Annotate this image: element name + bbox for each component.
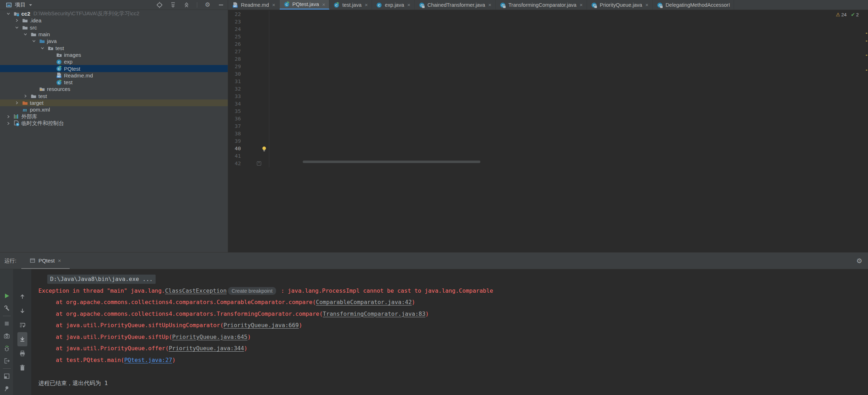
stack-frame-link[interactable]: ComparableComparator.java:42 xyxy=(316,299,412,305)
rerun-icon[interactable] xyxy=(0,290,13,302)
wrench-icon[interactable] xyxy=(0,302,13,314)
gutter[interactable] xyxy=(244,78,269,85)
line-number[interactable]: 34 xyxy=(228,100,244,108)
code-line-26[interactable]: 26 xyxy=(228,40,868,48)
settings-icon[interactable]: ⚙ xyxy=(204,2,211,8)
tab-PQtest.java[interactable]: CPQtest.java× xyxy=(280,0,330,10)
exit-icon[interactable] xyxy=(0,355,13,367)
tree-item-exp[interactable]: Cexp xyxy=(0,58,228,65)
chevron-right-icon[interactable] xyxy=(14,101,19,105)
console-output[interactable]: D:\Java\Java8\bin\java.exe ...Exception … xyxy=(31,269,868,395)
tree-item-target[interactable]: target xyxy=(0,99,228,106)
error-stripe-mark[interactable] xyxy=(866,33,867,34)
line-number[interactable]: 25 xyxy=(228,33,244,40)
gutter[interactable] xyxy=(244,70,269,78)
close-icon[interactable]: × xyxy=(272,2,275,8)
code-line-32[interactable]: 32 xyxy=(228,85,868,93)
line-number[interactable]: 31 xyxy=(228,78,244,85)
line-number[interactable]: 23 xyxy=(228,18,244,26)
chevron-right-icon[interactable] xyxy=(14,18,19,23)
line-number[interactable]: 36 xyxy=(228,115,244,123)
error-stripe-mark[interactable] xyxy=(866,70,867,71)
tree-item-.idea[interactable]: .idea xyxy=(0,17,228,24)
chevron-right-icon[interactable] xyxy=(23,93,28,98)
code-line-27[interactable]: 27 xyxy=(228,48,868,55)
stack-frame-link[interactable]: ClassCastException xyxy=(165,287,226,294)
line-number[interactable]: 28 xyxy=(228,55,244,63)
gutter[interactable] xyxy=(244,48,269,55)
line-number[interactable]: 37 xyxy=(228,123,244,130)
gear-icon[interactable]: ⚙ xyxy=(856,257,862,265)
line-number[interactable]: 41 xyxy=(228,152,244,160)
clear-icon[interactable] xyxy=(17,361,27,375)
gutter[interactable] xyxy=(244,40,269,48)
project-panel-title[interactable]: 项目 xyxy=(15,1,26,8)
create-breakpoint-chip[interactable]: Create breakpoint xyxy=(228,287,276,295)
camera-icon[interactable] xyxy=(0,330,13,342)
code-line-36[interactable]: 36 xyxy=(228,115,868,123)
gutter[interactable] xyxy=(244,33,269,40)
tab-ChainedTransformer.java[interactable]: CChainedTransformer.java× xyxy=(415,0,496,10)
tree-item-外部库[interactable]: 外部库 xyxy=(0,113,228,120)
line-number[interactable]: 26 xyxy=(228,40,244,48)
tree-item-test[interactable]: test xyxy=(0,93,228,99)
gutter[interactable] xyxy=(244,26,269,33)
tree-item-resources[interactable]: resources xyxy=(0,86,228,92)
stack-frame-link[interactable]: PriorityQueue.java:344 xyxy=(169,345,244,352)
inspections-widget[interactable]: ⚠24 ✔2 xyxy=(836,12,859,17)
error-stripe-mark[interactable] xyxy=(866,55,867,56)
line-number[interactable]: 24 xyxy=(228,26,244,33)
tree-item-cc2[interactable]: cc2D:\WebSecurity\CTF\JAVA\反序列化学习\cc2 xyxy=(0,10,228,17)
code-line-29[interactable]: 29 xyxy=(228,63,868,70)
tree-item-临时文件和控制台[interactable]: 临时文件和控制台 xyxy=(0,120,228,127)
code-line-28[interactable]: 28 xyxy=(228,55,868,63)
passed-indicator[interactable]: ✔2 xyxy=(851,12,859,17)
tree-item-test[interactable]: Ctest xyxy=(0,79,228,86)
code-line-23[interactable]: 23 xyxy=(228,18,868,26)
line-number[interactable]: 35 xyxy=(228,108,244,115)
gutter[interactable] xyxy=(244,130,269,137)
line-number[interactable]: 27 xyxy=(228,48,244,55)
close-icon[interactable]: × xyxy=(322,1,325,7)
chevron-down-icon[interactable] xyxy=(28,3,33,7)
tab-DelegatingMethodAccessorI[interactable]: CDelegatingMethodAccessorI xyxy=(653,0,734,10)
gutter[interactable] xyxy=(244,63,269,70)
code-line-24[interactable]: 24 xyxy=(228,26,868,33)
locate-icon[interactable] xyxy=(156,2,163,8)
line-number[interactable]: 38 xyxy=(228,130,244,137)
code-line-37[interactable]: 37 xyxy=(228,123,868,130)
close-icon[interactable]: × xyxy=(365,2,368,8)
fold-marker-icon[interactable]: ⌃ xyxy=(257,161,261,166)
run-tab-pqtest[interactable]: PQtest × xyxy=(21,253,70,269)
tree-item-src[interactable]: src xyxy=(0,24,228,31)
close-icon[interactable]: × xyxy=(645,2,648,8)
stop-icon[interactable] xyxy=(0,317,13,330)
gutter[interactable] xyxy=(244,11,269,18)
code-line-40[interactable]: 40 xyxy=(228,145,868,152)
code-line-25[interactable]: 25 xyxy=(228,33,868,40)
tab-test.java[interactable]: Ctest.java× xyxy=(329,0,372,10)
code-line-22[interactable]: 22 xyxy=(228,11,868,18)
layout-icon[interactable] xyxy=(0,370,13,383)
down-icon[interactable] xyxy=(17,304,27,318)
line-number[interactable]: 39 xyxy=(228,137,244,145)
gutter[interactable] xyxy=(244,18,269,26)
gutter[interactable] xyxy=(244,145,269,152)
collapse-all-icon[interactable] xyxy=(183,2,190,8)
warnings-indicator[interactable]: ⚠24 xyxy=(836,12,847,17)
code-line-35[interactable]: 35 xyxy=(228,108,868,115)
chevron-right-icon[interactable] xyxy=(6,121,11,126)
tab-TransformingComparator.java[interactable]: CTransformingComparator.java× xyxy=(496,0,587,10)
line-number[interactable]: 22 xyxy=(228,11,244,18)
tree-item-images[interactable]: images xyxy=(0,52,228,58)
tab-Readme.md[interactable]: MDReadme.md× xyxy=(228,0,280,10)
soft-wrap-icon[interactable] xyxy=(17,318,27,332)
code-line-39[interactable]: 39 xyxy=(228,137,868,145)
chevron-down-icon[interactable] xyxy=(31,39,36,44)
chevron-down-icon[interactable] xyxy=(23,32,28,37)
gutter[interactable]: ⌃ xyxy=(244,160,269,167)
close-icon[interactable]: × xyxy=(488,2,491,8)
scroll-end-icon[interactable] xyxy=(17,332,27,346)
code-line-38[interactable]: 38 xyxy=(228,130,868,137)
gutter[interactable] xyxy=(244,85,269,93)
